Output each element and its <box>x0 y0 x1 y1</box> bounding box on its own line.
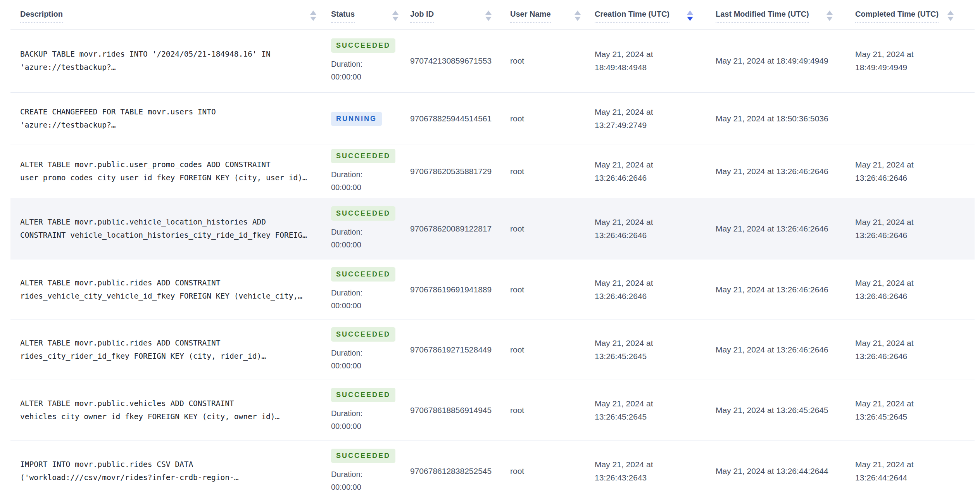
job-status-cell: SUCCEEDED Duration: 00:00:00 <box>324 206 406 251</box>
job-id: 970678619271528449 <box>406 345 499 354</box>
sort-arrows-icon[interactable] <box>826 10 833 21</box>
job-duration: Duration: 00:00:00 <box>331 407 406 433</box>
completed-time: May 21, 2024 at 13:26:46:2646 <box>840 276 975 303</box>
user-name: root <box>499 406 588 415</box>
status-badge: SUCCEEDED <box>331 206 395 221</box>
user-name: root <box>499 345 588 354</box>
status-badge: SUCCEEDED <box>331 267 395 282</box>
last-modified-time: May 21, 2024 at 13:26:45:2645 <box>701 404 840 417</box>
completed-time: May 21, 2024 at 13:26:46:2646 <box>840 158 975 185</box>
duration-label: Duration: <box>331 347 406 359</box>
job-description-link[interactable]: CREATE CHANGEFEED FOR TABLE movr.users I… <box>10 105 313 132</box>
user-name: root <box>499 466 588 476</box>
user-name: root <box>499 167 588 176</box>
duration-label: Duration: <box>331 168 406 181</box>
job-id: 970678825944514561 <box>406 114 499 123</box>
job-description-link[interactable]: ALTER TABLE movr.public.user_promo_codes… <box>10 158 313 185</box>
completed-time: May 21, 2024 at 13:26:44:2644 <box>840 458 975 484</box>
table-header-row: Description Status Job ID User Name Crea… <box>10 0 975 29</box>
sort-arrows-icon[interactable] <box>485 10 492 21</box>
creation-time: May 21, 2024 at 18:49:48:4948 <box>588 48 701 74</box>
job-status-cell: SUCCEEDED Duration: 00:00:00 <box>324 388 406 433</box>
creation-time: May 21, 2024 at 13:26:45:2645 <box>588 337 701 363</box>
job-description-link[interactable]: ALTER TABLE movr.public.vehicle_location… <box>10 216 313 242</box>
status-badge: RUNNING <box>331 112 382 126</box>
jobs-table: Description Status Job ID User Name Crea… <box>10 0 975 501</box>
sort-arrows-icon[interactable] <box>310 10 316 21</box>
column-header-completed-time[interactable]: Completed Time (UTC) <box>840 0 975 29</box>
last-modified-time: May 21, 2024 at 13:26:46:2646 <box>701 343 840 356</box>
job-status-cell: SUCCEEDED Duration: 00:00:00 <box>324 38 406 83</box>
column-header-label[interactable]: Description <box>20 10 63 23</box>
creation-time: May 21, 2024 at 13:26:46:2646 <box>588 216 701 242</box>
job-id: 970678620535881729 <box>406 167 499 176</box>
job-description-link[interactable]: ALTER TABLE movr.public.rides ADD CONSTR… <box>10 337 313 363</box>
duration-value: 00:00:00 <box>331 420 406 433</box>
job-id: 970678612838252545 <box>406 466 499 476</box>
table-row[interactable]: IMPORT INTO movr.public.rides CSV DATA (… <box>10 441 975 501</box>
column-header-label[interactable]: Job ID <box>410 10 434 23</box>
user-name: root <box>499 56 588 66</box>
job-status-cell: SUCCEEDED Duration: 00:00:00 <box>324 327 406 372</box>
sort-arrows-icon[interactable] <box>392 10 399 21</box>
column-header-label[interactable]: Last Modified Time (UTC) <box>716 10 809 23</box>
sort-arrows-icon[interactable] <box>575 10 581 21</box>
completed-time: May 21, 2024 at 13:26:45:2645 <box>840 397 975 423</box>
job-id: 970742130859671553 <box>406 56 499 66</box>
creation-time: May 21, 2024 at 13:27:49:2749 <box>588 105 701 132</box>
creation-time: May 21, 2024 at 13:26:45:2645 <box>588 397 701 423</box>
job-description-link[interactable]: IMPORT INTO movr.public.rides CSV DATA (… <box>10 458 313 484</box>
table-row[interactable]: ALTER TABLE movr.public.rides ADD CONSTR… <box>10 320 975 380</box>
table-row[interactable]: ALTER TABLE movr.public.vehicle_location… <box>10 198 975 259</box>
job-duration: Duration: 00:00:00 <box>331 168 406 194</box>
job-id: 970678618856914945 <box>406 406 499 415</box>
sort-arrows-icon-active-desc[interactable] <box>687 10 693 21</box>
last-modified-time: May 21, 2024 at 18:49:49:4949 <box>701 54 840 67</box>
creation-time: May 21, 2024 at 13:26:43:2643 <box>588 458 701 484</box>
column-header-label[interactable]: Completed Time (UTC) <box>855 10 939 23</box>
duration-label: Duration: <box>331 407 406 420</box>
table-row[interactable]: ALTER TABLE movr.public.vehicles ADD CON… <box>10 380 975 441</box>
job-duration: Duration: 00:00:00 <box>331 287 406 312</box>
column-header-job-id[interactable]: Job ID <box>406 0 499 29</box>
duration-value: 00:00:00 <box>331 71 406 83</box>
last-modified-time: May 21, 2024 at 13:26:46:2646 <box>701 165 840 178</box>
sort-arrows-icon[interactable] <box>947 10 954 21</box>
job-duration: Duration: 00:00:00 <box>331 347 406 372</box>
column-header-label[interactable]: Creation Time (UTC) <box>595 10 669 23</box>
job-id: 970678620089122817 <box>406 224 499 233</box>
column-header-description[interactable]: Description <box>10 0 324 29</box>
last-modified-time: May 21, 2024 at 18:50:36:5036 <box>701 112 840 125</box>
table-row[interactable]: ALTER TABLE movr.public.rides ADD CONSTR… <box>10 259 975 320</box>
job-description-link[interactable]: BACKUP TABLE movr.rides INTO '/2024/05/2… <box>10 48 313 74</box>
duration-label: Duration: <box>331 287 406 299</box>
job-status-cell: RUNNING <box>324 112 406 126</box>
duration-value: 00:00:00 <box>331 481 406 494</box>
table-row[interactable]: CREATE CHANGEFEED FOR TABLE movr.users I… <box>10 93 975 145</box>
last-modified-time: May 21, 2024 at 13:26:46:2646 <box>701 283 840 296</box>
creation-time: May 21, 2024 at 13:26:46:2646 <box>588 158 701 185</box>
column-header-label[interactable]: User Name <box>510 10 551 23</box>
column-header-last-modified-time[interactable]: Last Modified Time (UTC) <box>701 0 840 29</box>
last-modified-time: May 21, 2024 at 13:26:46:2646 <box>701 222 840 235</box>
job-description-link[interactable]: ALTER TABLE movr.public.vehicles ADD CON… <box>10 397 313 423</box>
job-duration: Duration: 00:00:00 <box>331 226 406 251</box>
completed-time: May 21, 2024 at 13:26:46:2646 <box>840 337 975 363</box>
status-badge: SUCCEEDED <box>331 449 395 463</box>
completed-time: May 21, 2024 at 18:49:49:4949 <box>840 48 975 74</box>
job-duration: Duration: 00:00:00 <box>331 468 406 494</box>
job-description-link[interactable]: ALTER TABLE movr.public.rides ADD CONSTR… <box>10 276 313 303</box>
creation-time: May 21, 2024 at 13:26:46:2646 <box>588 276 701 303</box>
duration-value: 00:00:00 <box>331 181 406 194</box>
column-header-status[interactable]: Status <box>324 0 406 29</box>
job-status-cell: SUCCEEDED Duration: 00:00:00 <box>324 267 406 312</box>
column-header-creation-time[interactable]: Creation Time (UTC) <box>588 0 701 29</box>
column-header-label[interactable]: Status <box>331 10 355 23</box>
column-header-user-name[interactable]: User Name <box>499 0 588 29</box>
job-id: 970678619691941889 <box>406 285 499 294</box>
user-name: root <box>499 224 588 233</box>
job-status-cell: SUCCEEDED Duration: 00:00:00 <box>324 449 406 494</box>
table-body: BACKUP TABLE movr.rides INTO '/2024/05/2… <box>10 29 975 501</box>
table-row[interactable]: ALTER TABLE movr.public.user_promo_codes… <box>10 145 975 198</box>
table-row[interactable]: BACKUP TABLE movr.rides INTO '/2024/05/2… <box>10 29 975 93</box>
